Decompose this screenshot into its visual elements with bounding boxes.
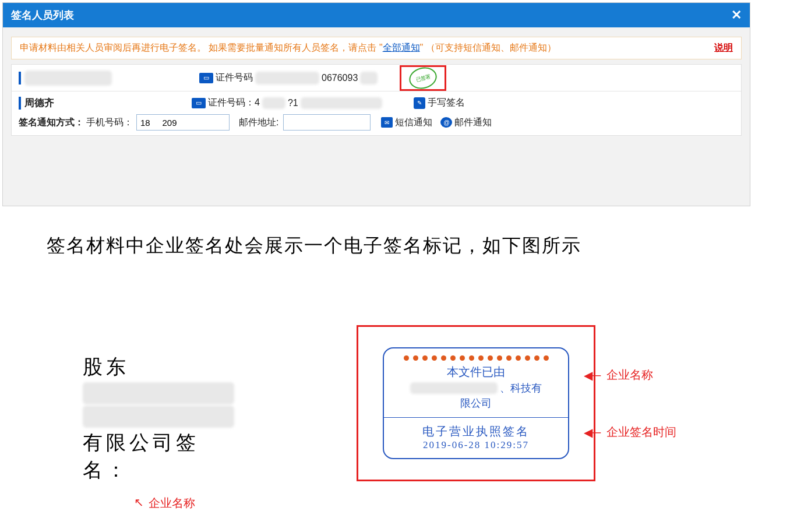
notice-text: 申请材料由相关人员审阅后再进行电子签名。 如果需要批量通知所有人员签名，请点击 … — [20, 42, 556, 54]
hand-sign-link[interactable]: 手写签名 — [428, 97, 465, 109]
description-text: 签名材料中企业签名处会展示一个电子签名标记，如下图所示 — [47, 233, 763, 259]
callout-sign-time: ◀─ 企业签名时间 — [584, 424, 676, 440]
notice-bar: 申请材料由相关人员审阅后再进行电子签名。 如果需要批量通知所有人员签名，请点击 … — [11, 37, 742, 59]
row-indicator — [19, 72, 21, 84]
stamp-heading: 本文件已由 — [384, 364, 568, 380]
stamp-timestamp: 2019-06-28 10:29:57 — [384, 439, 568, 451]
company-name-redacted — [83, 382, 234, 404]
company-suffix: 限公司 — [384, 396, 568, 410]
signed-stamp-icon: 已签署 — [407, 64, 439, 91]
id-fragment: 0676093 — [322, 73, 358, 83]
phone-input[interactable] — [136, 114, 230, 131]
stamp-sig-label: 电子营业执照签名 — [384, 424, 568, 439]
mail-icon: @ — [440, 117, 452, 128]
dialog-title: 签名人员列表 — [11, 8, 74, 22]
shareholder-block: 股东 有限公司签 名： — [83, 353, 234, 484]
shareholder-line: 名： — [83, 456, 234, 484]
mail-notify-link[interactable]: 邮件通知 — [454, 117, 492, 129]
company-name-redacted — [410, 382, 498, 394]
callout-label: 企业名称 — [149, 495, 195, 511]
callout-company-name: ↖ 企业名称 — [134, 495, 195, 511]
id-label: 证件号码 — [216, 72, 253, 84]
shareholder-line: 有限公司签 — [83, 429, 234, 457]
notify-all-link[interactable]: 全部通知 — [383, 43, 420, 52]
id-redacted — [255, 72, 319, 84]
id-fragment: ?1 — [288, 98, 298, 108]
id-redacted — [262, 97, 285, 109]
signed-stamp-highlight: 已签署 — [400, 65, 446, 91]
email-input[interactable] — [283, 114, 371, 131]
arrow-icon: ◀─ — [584, 425, 601, 439]
signer-name-redacted — [24, 71, 112, 86]
stamp-bottom: 电子营业执照签名 2019-06-28 10:29:57 — [384, 418, 568, 458]
stamp-top: 本文件已由 、科技有 限公司 — [384, 348, 568, 417]
callout-label: 企业签名时间 — [606, 424, 676, 440]
callout-label: 企业名称 — [606, 367, 653, 383]
stamp-dots — [384, 353, 568, 364]
hand-sign-icon: ✎ — [414, 97, 425, 109]
signer-name: 周德齐 — [24, 96, 54, 110]
signer-row: ▭ 证件号码 0676093 已签署 — [12, 65, 741, 91]
e-signature-stamp: 本文件已由 、科技有 限公司 电子营业执照签名 2019-06-28 10:29… — [383, 347, 569, 459]
signature-list-dialog: 签名人员列表 ✕ 申请材料由相关人员审阅后再进行电子签名。 如果需要批量通知所有… — [2, 2, 750, 206]
company-tail: 、科技有 — [500, 381, 542, 395]
email-label: 邮件地址: — [239, 117, 278, 129]
dialog-header: 签名人员列表 ✕ — [3, 3, 750, 27]
signer-row: 周德齐 ▭ 证件号码：4 ?1 ✎ 手写签名 — [12, 91, 741, 135]
help-link[interactable]: 说明 — [714, 42, 733, 54]
arrow-icon: ◀─ — [584, 368, 601, 382]
company-name-redacted — [83, 406, 234, 428]
sms-icon: ✉ — [381, 117, 393, 128]
stamp-figure-highlight: 本文件已由 、科技有 限公司 电子营业执照签名 2019-06-28 10:29… — [357, 325, 595, 481]
notify-label: 签名通知方式： — [19, 117, 84, 129]
callout-company-name: ◀─ 企业名称 — [584, 367, 653, 383]
phone-label: 手机号码： — [86, 117, 133, 129]
close-icon[interactable]: ✕ — [731, 9, 742, 22]
id-label: 证件号码：4 — [208, 97, 260, 109]
signer-list: ▭ 证件号码 0676093 已签署 周德齐 ▭ 证件号码：4 — [11, 64, 742, 136]
arrow-icon: ↖ — [134, 495, 144, 509]
shareholder-line: 股东 — [83, 353, 234, 381]
sms-notify-link[interactable]: 短信通知 — [395, 117, 432, 129]
row-indicator — [19, 97, 21, 110]
id-redacted-tail — [360, 72, 378, 84]
id-redacted-tail — [301, 97, 382, 109]
id-card-icon: ▭ — [192, 98, 206, 108]
id-card-icon: ▭ — [199, 73, 213, 83]
